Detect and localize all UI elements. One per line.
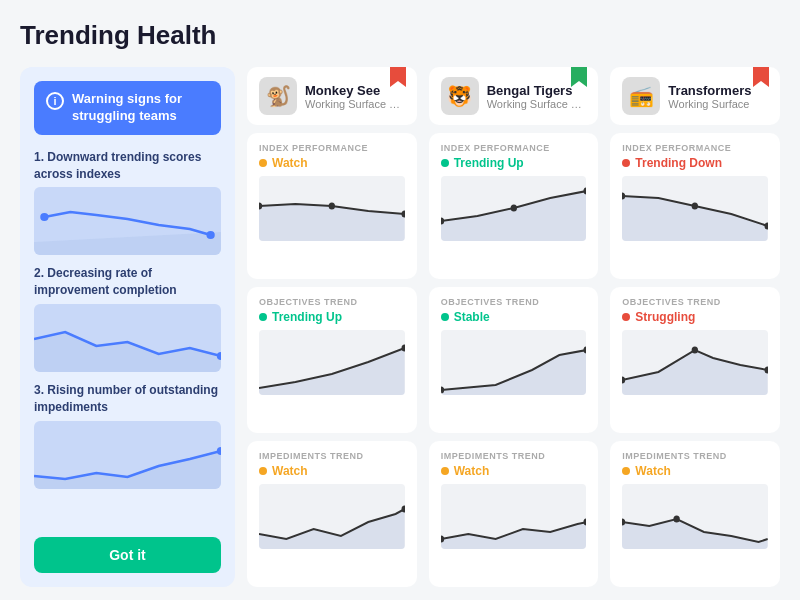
svg-marker-33 — [622, 519, 768, 549]
svg-point-27 — [692, 203, 698, 210]
got-it-button[interactable]: Got it — [34, 537, 221, 573]
chart-area — [622, 484, 768, 549]
team-subtitle-transformers: Working Surface — [668, 98, 768, 110]
status-dot — [259, 467, 267, 475]
status-dot — [441, 159, 449, 167]
metric-card-transformers-obj: OBJECTIVES TREND Struggling — [610, 287, 780, 433]
status-text: Watch — [272, 156, 308, 170]
team-header-transformers: 📻 Transformers Working Surface — [610, 67, 780, 125]
metric-label: INDEX PERFORMANCE — [259, 143, 405, 153]
metric-card-bengal-index: INDEX PERFORMANCE Trending Up — [429, 133, 599, 279]
chart-area — [622, 330, 768, 395]
metric-status: Trending Down — [622, 156, 768, 170]
status-text: Watch — [454, 464, 490, 478]
warning-header: i Warning signs for struggling teams — [34, 81, 221, 135]
mini-chart-3 — [34, 421, 221, 489]
status-text: Stable — [454, 310, 490, 324]
metric-status: Watch — [259, 156, 405, 170]
metric-label: INDEX PERFORMANCE — [441, 143, 587, 153]
status-text: Trending Down — [635, 156, 722, 170]
page-title: Trending Health — [20, 20, 780, 51]
mini-chart-2 — [34, 304, 221, 372]
metric-label: OBJECTIVES TREND — [259, 297, 405, 307]
team-avatar-bengal-tigers: 🐯 — [441, 77, 479, 115]
team-header-monkey-see: 🐒 Monkey See Working Surface Te... — [247, 67, 417, 125]
metric-status: Struggling — [622, 310, 768, 324]
svg-marker-3 — [34, 332, 221, 372]
status-dot — [622, 313, 630, 321]
team-col-bengal-tigers: 🐯 Bengal Tigers Working Surface Te... IN… — [429, 67, 599, 587]
mini-chart-1 — [34, 187, 221, 255]
metric-label: IMPEDIMENTS TREND — [259, 451, 405, 461]
page: Trending Health i Warning signs for stru… — [0, 0, 800, 600]
metric-label: OBJECTIVES TREND — [622, 297, 768, 307]
metric-label: INDEX PERFORMANCE — [622, 143, 768, 153]
team-header-bengal-tigers: 🐯 Bengal Tigers Working Surface Te... — [429, 67, 599, 125]
metric-label: IMPEDIMENTS TREND — [441, 451, 587, 461]
team-subtitle-bengal-tigers: Working Surface Te... — [487, 98, 587, 110]
metric-card-transformers-imp: IMPEDIMENTS TREND Watch — [610, 441, 780, 587]
metric-label: IMPEDIMENTS TREND — [622, 451, 768, 461]
status-dot — [622, 159, 630, 167]
svg-point-31 — [692, 347, 698, 354]
svg-marker-11 — [259, 348, 405, 395]
status-text: Trending Up — [272, 310, 342, 324]
bookmark-icon-monkey-see — [389, 67, 407, 89]
chart-area — [441, 484, 587, 549]
metric-card-monkey-index: INDEX PERFORMANCE Watch — [247, 133, 417, 279]
status-dot — [622, 467, 630, 475]
metric-card-bengal-obj: OBJECTIVES TREND Stable — [429, 287, 599, 433]
metric-card-monkey-imp: IMPEDIMENTS TREND Watch — [247, 441, 417, 587]
svg-marker-15 — [441, 191, 587, 241]
metric-status: Watch — [259, 464, 405, 478]
metric-label: OBJECTIVES TREND — [441, 297, 587, 307]
status-text: Watch — [272, 464, 308, 478]
metric-status: Stable — [441, 310, 587, 324]
team-col-monkey-see: 🐒 Monkey See Working Surface Te... INDEX… — [247, 67, 417, 587]
team-subtitle-monkey-see: Working Surface Te... — [305, 98, 405, 110]
svg-marker-13 — [259, 509, 405, 549]
warning-item-2: 2. Decreasing rate of improvement comple… — [34, 265, 221, 372]
team-avatar-monkey-see: 🐒 — [259, 77, 297, 115]
svg-marker-7 — [259, 204, 405, 241]
svg-marker-5 — [34, 451, 221, 489]
bookmark-icon-transformers — [752, 67, 770, 89]
chart-area — [441, 176, 587, 241]
status-dot — [441, 313, 449, 321]
status-dot — [259, 313, 267, 321]
team-col-transformers: 📻 Transformers Working Surface INDEX PER… — [610, 67, 780, 587]
chart-area — [259, 484, 405, 549]
svg-point-9 — [329, 203, 335, 210]
svg-point-1 — [40, 213, 48, 221]
chart-area — [622, 176, 768, 241]
warning-item-title-3: 3. Rising number of outstanding impedime… — [34, 382, 221, 416]
warning-header-text: Warning signs for struggling teams — [72, 91, 209, 125]
svg-point-35 — [674, 516, 680, 523]
warning-item-3: 3. Rising number of outstanding impedime… — [34, 382, 221, 489]
warning-item-title-2: 2. Decreasing rate of improvement comple… — [34, 265, 221, 299]
svg-point-17 — [510, 205, 516, 212]
svg-marker-0 — [34, 232, 221, 255]
svg-marker-29 — [622, 350, 768, 395]
metric-card-transformers-index: INDEX PERFORMANCE Trending Down — [610, 133, 780, 279]
left-panel: i Warning signs for struggling teams 1. … — [20, 67, 235, 587]
bookmark-icon-bengal-tigers — [570, 67, 588, 89]
chart-area — [259, 176, 405, 241]
metric-status: Watch — [441, 464, 587, 478]
metric-card-bengal-imp: IMPEDIMENTS TREND Watch — [429, 441, 599, 587]
warning-item-title-1: 1. Downward trending scores across index… — [34, 149, 221, 183]
metric-card-monkey-obj: OBJECTIVES TREND Trending Up — [247, 287, 417, 433]
status-text: Struggling — [635, 310, 695, 324]
team-avatar-transformers: 📻 — [622, 77, 660, 115]
status-dot — [441, 467, 449, 475]
status-text: Watch — [635, 464, 671, 478]
columns: i Warning signs for struggling teams 1. … — [20, 67, 780, 587]
chart-area — [259, 330, 405, 395]
svg-point-2 — [206, 231, 214, 239]
status-text: Trending Up — [454, 156, 524, 170]
metric-status: Watch — [622, 464, 768, 478]
status-dot — [259, 159, 267, 167]
metric-status: Trending Up — [441, 156, 587, 170]
info-icon: i — [46, 92, 64, 110]
metric-status: Trending Up — [259, 310, 405, 324]
